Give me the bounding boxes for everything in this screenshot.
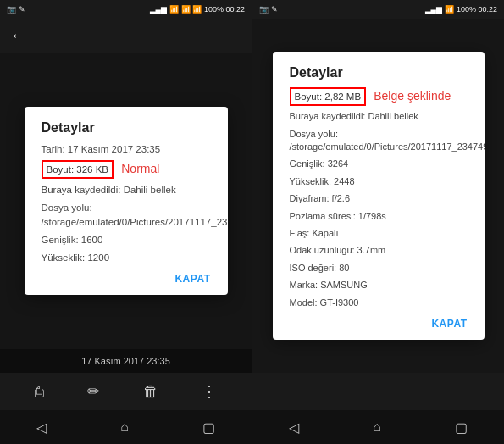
status-right-icons: ▂▄▆ 📶 📶 📶 100% 00:22 <box>150 5 245 14</box>
flash-row: Flaş: Kapalı <box>290 227 468 240</box>
status-left-icons: 📷 ✎ <box>7 5 25 14</box>
size-value: Boyut: 326 KB <box>42 160 114 179</box>
nav-square-icon[interactable]: ▢ <box>202 419 215 436</box>
iso-row: ISO değeri: 80 <box>290 262 468 275</box>
path-row: Dosya yolu: /storage/emulated/0/Pictures… <box>42 201 211 228</box>
height-row: Yükseklik: 1200 <box>42 251 211 264</box>
right-phone-panel: 📷 ✎ ▂▄▆ 📶 100% 00:22 Detaylar Boyut: 2,8… <box>252 0 504 444</box>
photo-content-right: Detaylar Boyut: 2,82 MB Belge şeklinde B… <box>252 19 504 373</box>
nav-home-icon-right[interactable]: ⌂ <box>373 419 381 435</box>
battery-text-right: 100% 00:22 <box>457 5 497 14</box>
edit-status-icon-right: ✎ <box>271 5 278 14</box>
signal-icon-right: 📶 <box>445 5 454 14</box>
dialog-title-right: Detaylar <box>290 65 468 80</box>
nav-bar-right: ◁ ⌂ ▢ <box>252 410 504 444</box>
size-badge-left: Normal <box>121 161 159 178</box>
edit-icon[interactable]: ✏ <box>87 382 100 401</box>
dialog-title-left: Detaylar <box>42 120 211 136</box>
dialog-overlay-right: Detaylar Boyut: 2,82 MB Belge şeklinde B… <box>252 19 504 373</box>
brand-row: Marka: SAMSUNG <box>290 279 468 291</box>
details-dialog-right: Detaylar Boyut: 2,82 MB Belge şeklinde B… <box>273 52 485 340</box>
status-bar-right: 📷 ✎ ▂▄▆ 📶 100% 00:22 <box>252 0 504 19</box>
nav-bar-left: ◁ ⌂ ▢ <box>0 410 252 444</box>
camera-icon-right: 📷 <box>259 5 269 14</box>
exposure-row: Pozlama süresi: 1/798s <box>290 210 468 223</box>
share-icon[interactable]: ⎙ <box>35 383 44 401</box>
close-button-right[interactable]: KAPAT <box>290 318 468 330</box>
width-row: Genişlik: 1600 <box>42 233 211 247</box>
date-row: Tarih: 17 Kasım 2017 23:35 <box>42 142 211 156</box>
edit-status-icon: ✎ <box>19 5 25 14</box>
spacer-right <box>252 373 504 410</box>
height-row-right: Yükseklik: 2448 <box>290 175 468 188</box>
delete-icon[interactable]: 🗑 <box>143 383 158 401</box>
wifi-icon-right: ▂▄▆ <box>425 5 442 14</box>
app-header-left: ← <box>0 19 252 53</box>
path-row-right: Dosya yolu: /storage/emulated/0/Pictures… <box>290 128 468 154</box>
timestamp-bar: 17 Kasım 2017 23:35 <box>0 349 252 373</box>
nav-back-icon-right[interactable]: ◁ <box>289 419 299 436</box>
status-bar-left: 📷 ✎ ▂▄▆ 📶 📶 📶 100% 00:22 <box>0 0 252 19</box>
size-row: Boyut: 326 KB Normal <box>42 160 211 179</box>
details-dialog-left: Detaylar Tarih: 17 Kasım 2017 23:35 Boyu… <box>25 107 228 295</box>
dialog-overlay-left: Detaylar Tarih: 17 Kasım 2017 23:35 Boyu… <box>0 53 252 349</box>
signal-icon: 📶 <box>169 5 179 14</box>
more-icon[interactable]: ⋮ <box>202 382 217 401</box>
camera-icon: 📷 <box>7 5 16 14</box>
size-value-right: Boyut: 2,82 MB <box>290 87 367 106</box>
storage-row: Buraya kaydedildi: Dahili bellek <box>42 183 211 197</box>
width-row-right: Genişlik: 3264 <box>290 158 468 170</box>
photo-content-left: Sordum.net Detaylar Tarih: 17 Kasım 2017… <box>0 53 252 349</box>
nav-back-icon[interactable]: ◁ <box>36 419 47 436</box>
aperture-row: Diyafram: f/2.6 <box>290 192 468 205</box>
focal-row: Odak uzunluğu: 3.7mm <box>290 244 468 257</box>
status-left-icons-right: 📷 ✎ <box>259 5 278 14</box>
close-button-left[interactable]: KAPAT <box>42 273 211 285</box>
storage-row-right: Buraya kaydedildi: Dahili bellek <box>290 110 468 123</box>
left-phone-panel: 📷 ✎ ▂▄▆ 📶 📶 📶 100% 00:22 ← Sordum.net De… <box>0 0 252 444</box>
battery-text: 📶 📶 100% 00:22 <box>181 5 245 14</box>
status-right-icons-right: ▂▄▆ 📶 100% 00:22 <box>425 5 497 14</box>
nav-home-icon[interactable]: ⌂ <box>120 419 129 435</box>
action-bar-left: ⎙ ✏ 🗑 ⋮ <box>0 373 252 410</box>
back-button[interactable]: ← <box>10 27 25 45</box>
wifi-icon: ▂▄▆ <box>150 5 167 14</box>
timestamp-text: 17 Kasım 2017 23:35 <box>81 356 170 366</box>
nav-square-icon-right[interactable]: ▢ <box>455 419 468 436</box>
model-row: Model: GT-I9300 <box>290 297 468 309</box>
size-badge-right: Belge şeklinde <box>374 88 451 105</box>
size-row-right: Boyut: 2,82 MB Belge şeklinde <box>290 87 468 106</box>
